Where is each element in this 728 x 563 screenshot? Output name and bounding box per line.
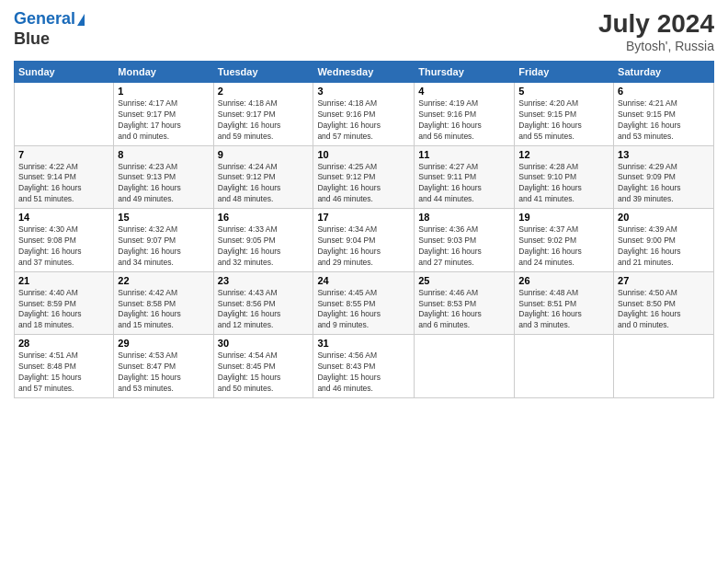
weekday-header-row: SundayMondayTuesdayWednesdayThursdayFrid… bbox=[15, 62, 714, 83]
day-info: Sunrise: 4:54 AMSunset: 8:45 PMDaylight:… bbox=[218, 350, 310, 395]
week-row-5: 28Sunrise: 4:51 AMSunset: 8:48 PMDayligh… bbox=[15, 335, 714, 398]
day-number: 7 bbox=[18, 149, 109, 160]
day-info: Sunrise: 4:40 AMSunset: 8:59 PMDaylight:… bbox=[18, 288, 109, 332]
day-info: Sunrise: 4:28 AMSunset: 9:10 PMDaylight:… bbox=[518, 162, 609, 206]
day-number: 23 bbox=[218, 275, 310, 286]
day-info: Sunrise: 4:37 AMSunset: 9:02 PMDaylight:… bbox=[518, 224, 609, 269]
day-cell: 6Sunrise: 4:21 AMSunset: 9:15 PMDaylight… bbox=[614, 83, 714, 146]
day-cell: 22Sunrise: 4:42 AMSunset: 8:58 PMDayligh… bbox=[114, 271, 213, 335]
day-cell: 17Sunrise: 4:34 AMSunset: 9:04 PMDayligh… bbox=[313, 209, 415, 272]
day-cell: 20Sunrise: 4:39 AMSunset: 9:00 PMDayligh… bbox=[614, 209, 714, 272]
day-info: Sunrise: 4:18 AMSunset: 9:16 PMDaylight:… bbox=[317, 98, 410, 143]
day-number: 13 bbox=[618, 149, 710, 160]
day-info: Sunrise: 4:17 AMSunset: 9:17 PMDaylight:… bbox=[118, 98, 209, 143]
day-cell bbox=[614, 335, 714, 398]
day-cell bbox=[515, 335, 614, 398]
day-info: Sunrise: 4:48 AMSunset: 8:51 PMDaylight:… bbox=[518, 288, 609, 332]
day-info: Sunrise: 4:25 AMSunset: 9:12 PMDaylight:… bbox=[317, 162, 410, 206]
day-info: Sunrise: 4:51 AMSunset: 8:48 PMDaylight:… bbox=[18, 350, 109, 395]
day-info: Sunrise: 4:53 AMSunset: 8:47 PMDaylight:… bbox=[118, 350, 209, 395]
day-cell: 25Sunrise: 4:46 AMSunset: 8:53 PMDayligh… bbox=[415, 271, 515, 335]
day-cell: 4Sunrise: 4:19 AMSunset: 9:16 PMDaylight… bbox=[415, 83, 515, 146]
weekday-header-wednesday: Wednesday bbox=[313, 62, 415, 83]
day-number: 25 bbox=[418, 275, 510, 286]
day-cell bbox=[15, 83, 114, 146]
day-cell: 10Sunrise: 4:25 AMSunset: 9:12 PMDayligh… bbox=[313, 145, 415, 209]
day-cell: 5Sunrise: 4:20 AMSunset: 9:15 PMDaylight… bbox=[515, 83, 614, 146]
day-number: 6 bbox=[618, 86, 710, 97]
day-info: Sunrise: 4:23 AMSunset: 9:13 PMDaylight:… bbox=[118, 162, 209, 206]
day-cell: 23Sunrise: 4:43 AMSunset: 8:56 PMDayligh… bbox=[213, 271, 313, 335]
day-number: 31 bbox=[317, 338, 410, 349]
day-number: 12 bbox=[518, 149, 609, 160]
day-info: Sunrise: 4:43 AMSunset: 8:56 PMDaylight:… bbox=[218, 288, 310, 332]
week-row-3: 14Sunrise: 4:30 AMSunset: 9:08 PMDayligh… bbox=[15, 209, 714, 272]
day-cell: 8Sunrise: 4:23 AMSunset: 9:13 PMDaylight… bbox=[114, 145, 213, 209]
day-info: Sunrise: 4:22 AMSunset: 9:14 PMDaylight:… bbox=[18, 162, 109, 206]
day-number: 30 bbox=[218, 338, 310, 349]
day-cell: 26Sunrise: 4:48 AMSunset: 8:51 PMDayligh… bbox=[515, 271, 614, 335]
day-number: 4 bbox=[418, 86, 510, 97]
day-number: 24 bbox=[317, 275, 410, 286]
day-number: 11 bbox=[418, 149, 510, 160]
weekday-header-sunday: Sunday bbox=[15, 62, 114, 83]
day-info: Sunrise: 4:36 AMSunset: 9:03 PMDaylight:… bbox=[418, 224, 510, 269]
day-number: 27 bbox=[618, 275, 710, 286]
location: Bytosh', Russia bbox=[598, 39, 714, 53]
day-cell: 30Sunrise: 4:54 AMSunset: 8:45 PMDayligh… bbox=[213, 335, 313, 398]
day-cell: 1Sunrise: 4:17 AMSunset: 9:17 PMDaylight… bbox=[114, 83, 213, 146]
day-info: Sunrise: 4:20 AMSunset: 9:15 PMDaylight:… bbox=[518, 98, 609, 143]
day-info: Sunrise: 4:27 AMSunset: 9:11 PMDaylight:… bbox=[418, 162, 510, 206]
calendar-table: SundayMondayTuesdayWednesdayThursdayFrid… bbox=[14, 61, 714, 398]
day-number: 8 bbox=[118, 149, 209, 160]
weekday-header-tuesday: Tuesday bbox=[213, 62, 313, 83]
day-cell: 3Sunrise: 4:18 AMSunset: 9:16 PMDaylight… bbox=[313, 83, 415, 146]
month-year: July 2024 bbox=[598, 9, 714, 39]
logo: General Blue bbox=[14, 9, 85, 49]
day-number: 17 bbox=[317, 212, 410, 223]
day-number: 15 bbox=[118, 212, 209, 223]
day-cell: 9Sunrise: 4:24 AMSunset: 9:12 PMDaylight… bbox=[213, 145, 313, 209]
day-cell: 28Sunrise: 4:51 AMSunset: 8:48 PMDayligh… bbox=[15, 335, 114, 398]
day-number: 21 bbox=[18, 275, 109, 286]
day-number: 26 bbox=[518, 275, 609, 286]
day-number: 28 bbox=[18, 338, 109, 349]
day-info: Sunrise: 4:56 AMSunset: 8:43 PMDaylight:… bbox=[317, 350, 410, 395]
day-number: 19 bbox=[518, 212, 609, 223]
day-info: Sunrise: 4:21 AMSunset: 9:15 PMDaylight:… bbox=[618, 98, 710, 143]
day-number: 2 bbox=[218, 86, 310, 97]
day-number: 5 bbox=[518, 86, 609, 97]
day-number: 20 bbox=[618, 212, 710, 223]
day-info: Sunrise: 4:32 AMSunset: 9:07 PMDaylight:… bbox=[118, 224, 209, 269]
day-number: 3 bbox=[317, 86, 410, 97]
day-cell: 18Sunrise: 4:36 AMSunset: 9:03 PMDayligh… bbox=[415, 209, 515, 272]
day-cell: 27Sunrise: 4:50 AMSunset: 8:50 PMDayligh… bbox=[614, 271, 714, 335]
day-cell: 16Sunrise: 4:33 AMSunset: 9:05 PMDayligh… bbox=[213, 209, 313, 272]
day-info: Sunrise: 4:24 AMSunset: 9:12 PMDaylight:… bbox=[218, 162, 310, 206]
day-number: 1 bbox=[118, 86, 209, 97]
day-info: Sunrise: 4:18 AMSunset: 9:17 PMDaylight:… bbox=[218, 98, 310, 143]
day-number: 10 bbox=[317, 149, 410, 160]
day-number: 18 bbox=[418, 212, 510, 223]
day-cell: 15Sunrise: 4:32 AMSunset: 9:07 PMDayligh… bbox=[114, 209, 213, 272]
logo-text: General bbox=[14, 9, 85, 29]
day-cell: 7Sunrise: 4:22 AMSunset: 9:14 PMDaylight… bbox=[15, 145, 114, 209]
weekday-header-monday: Monday bbox=[114, 62, 213, 83]
weekday-header-friday: Friday bbox=[515, 62, 614, 83]
day-cell: 12Sunrise: 4:28 AMSunset: 9:10 PMDayligh… bbox=[515, 145, 614, 209]
day-number: 14 bbox=[18, 212, 109, 223]
day-info: Sunrise: 4:33 AMSunset: 9:05 PMDaylight:… bbox=[218, 224, 310, 269]
day-cell bbox=[415, 335, 515, 398]
day-info: Sunrise: 4:19 AMSunset: 9:16 PMDaylight:… bbox=[418, 98, 510, 143]
day-cell: 19Sunrise: 4:37 AMSunset: 9:02 PMDayligh… bbox=[515, 209, 614, 272]
day-info: Sunrise: 4:29 AMSunset: 9:09 PMDaylight:… bbox=[618, 162, 710, 206]
page: General Blue July 2024 Bytosh', Russia S… bbox=[0, 0, 728, 563]
day-cell: 24Sunrise: 4:45 AMSunset: 8:55 PMDayligh… bbox=[313, 271, 415, 335]
week-row-1: 1Sunrise: 4:17 AMSunset: 9:17 PMDaylight… bbox=[15, 83, 714, 146]
day-number: 16 bbox=[218, 212, 310, 223]
week-row-2: 7Sunrise: 4:22 AMSunset: 9:14 PMDaylight… bbox=[15, 145, 714, 209]
title-area: July 2024 Bytosh', Russia bbox=[598, 9, 714, 53]
day-info: Sunrise: 4:45 AMSunset: 8:55 PMDaylight:… bbox=[317, 288, 410, 332]
day-info: Sunrise: 4:39 AMSunset: 9:00 PMDaylight:… bbox=[618, 224, 710, 269]
day-number: 22 bbox=[118, 275, 209, 286]
